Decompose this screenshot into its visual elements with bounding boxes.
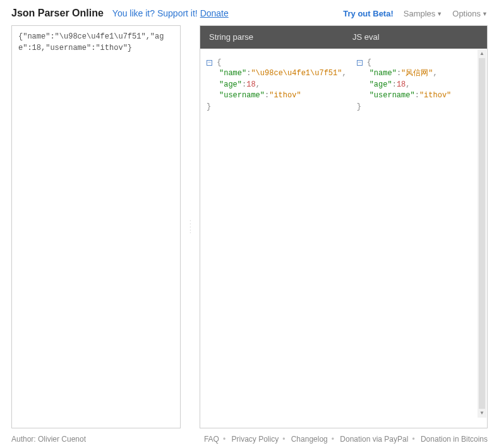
nav-right: Try out Beta! Samples▼ Options▼ (343, 9, 488, 18)
tab-string-parse[interactable]: String parse (200, 26, 344, 49)
nav-samples[interactable]: Samples▼ (404, 9, 443, 18)
close-brace: } (357, 102, 361, 111)
support-prefix: You like it? Support it! (112, 8, 200, 18)
json-string: "风信网" (401, 69, 433, 78)
scroll-up-icon[interactable]: ▲ (478, 49, 486, 58)
collapse-icon[interactable]: − (207, 60, 212, 66)
json-input[interactable]: {"name":"\u98ce\u4fe1\u7f51","age":18,"u… (11, 25, 181, 428)
output-pane: String parse JS eval − { "name":"\u98ce\… (200, 25, 488, 428)
chevron-down-icon: ▼ (482, 11, 488, 17)
footer-bitcoin[interactable]: Donation in Bitcoins (421, 435, 488, 444)
json-key: "age" (370, 80, 392, 89)
main: {"name":"\u98ce\u4fe1\u7f51","age":18,"u… (0, 25, 499, 428)
js-eval-result: − { "name":"风信网", "age":18, "username":"… (351, 49, 487, 428)
nav-options[interactable]: Options▼ (452, 9, 488, 18)
footer-paypal[interactable]: Donation via PayPal (340, 435, 408, 444)
json-string: "ithov" (269, 91, 301, 100)
footer-changelog[interactable]: Changelog (291, 435, 328, 444)
scrollbar-thumb[interactable] (479, 58, 485, 409)
scroll-down-icon[interactable]: ▼ (478, 409, 486, 418)
page-title: Json Parser Online (11, 8, 104, 19)
json-key: "username" (370, 91, 415, 100)
json-key: "age" (219, 80, 242, 89)
nav-options-label: Options (452, 9, 481, 18)
nav-samples-label: Samples (404, 9, 436, 18)
tabbar: String parse JS eval (200, 26, 487, 49)
collapse-icon[interactable]: − (357, 60, 363, 66)
json-number: 18 (246, 80, 255, 89)
footer-links: FAQ• Privacy Policy• Changelog• Donation… (204, 435, 488, 444)
json-string: "\u98ce\u4fe1\u7f51" (251, 69, 342, 78)
footer-privacy[interactable]: Privacy Policy (231, 435, 279, 444)
json-key: "name" (370, 69, 397, 78)
donate-link[interactable]: Donate (200, 8, 229, 18)
json-key: "name" (219, 69, 246, 78)
author-text: Author: Olivier Cuenot (11, 435, 86, 444)
nav-beta[interactable]: Try out Beta! (343, 9, 393, 18)
chevron-down-icon: ▼ (436, 11, 442, 17)
string-parse-result: − { "name":"\u98ce\u4fe1\u7f51", "age":1… (200, 49, 351, 428)
json-number: 18 (397, 80, 406, 89)
json-key: "username" (219, 91, 265, 100)
scrollbar-vertical[interactable]: ▲ ▼ (478, 49, 486, 418)
close-brace: } (207, 102, 211, 111)
open-brace: { (217, 58, 221, 67)
drag-dots-icon: ● ● ● ● ● (189, 219, 191, 234)
result-panes: − { "name":"\u98ce\u4fe1\u7f51", "age":1… (200, 49, 487, 428)
splitter-handle[interactable]: ● ● ● ● ● (188, 25, 192, 428)
open-brace: { (367, 58, 371, 67)
header: Json Parser Online You like it? Support … (0, 0, 499, 25)
footer-faq[interactable]: FAQ (204, 435, 219, 444)
json-string: "ithov" (419, 91, 451, 100)
support-text: You like it? Support it! Donate (112, 8, 229, 18)
footer: Author: Olivier Cuenot FAQ• Privacy Poli… (0, 428, 499, 448)
tab-js-eval[interactable]: JS eval (344, 26, 487, 49)
